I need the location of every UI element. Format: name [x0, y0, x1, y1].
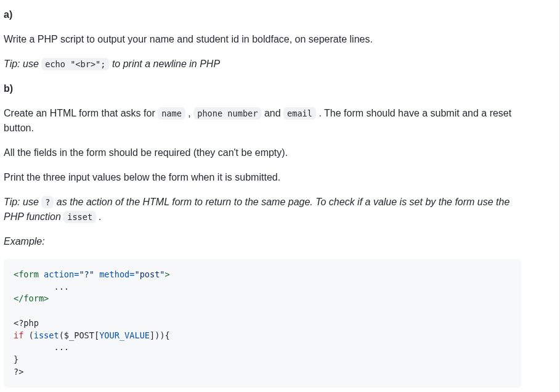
sep2: and	[261, 108, 283, 118]
tip2-code-isset: isset	[63, 211, 96, 223]
document-content: a) Write a PHP script to output your nam…	[4, 0, 524, 388]
tip2-suffix: .	[96, 211, 102, 222]
print-text: Print the three input values below the f…	[4, 170, 524, 185]
example-label: Example:	[4, 234, 524, 249]
document-page: a) Write a PHP script to output your nam…	[0, 0, 560, 392]
tip-a-prefix: Tip: use	[4, 59, 41, 69]
code-phone: phone number	[193, 107, 261, 120]
section-b-intro: Create an HTML form that asks for name ,…	[4, 106, 524, 136]
section-b-tip: Tip: use ? as the action of the HTML for…	[4, 195, 524, 224]
section-a-text: Write a PHP script to output your name a…	[4, 32, 524, 47]
code-name: name	[158, 107, 185, 120]
section-b-heading: b)	[4, 81, 524, 96]
tip-a-code: echo "<br>";	[41, 58, 109, 70]
tip2-code-q: ?	[41, 196, 54, 208]
sep1: ,	[185, 108, 193, 118]
tip2-prefix: Tip: use	[4, 197, 41, 207]
required-text: All the fields in the form should be req…	[4, 145, 524, 160]
intro-prefix: Create an HTML form that asks for	[4, 108, 158, 118]
code-email: email	[283, 107, 316, 120]
section-a-tip: Tip: use echo "<br>"; to print a newline…	[4, 57, 524, 71]
tip-a-suffix: to print a newline in PHP	[109, 59, 220, 69]
section-a-heading: a)	[4, 7, 524, 22]
example-codeblock: <form action="?" method="post"> ... </fo…	[4, 259, 521, 388]
